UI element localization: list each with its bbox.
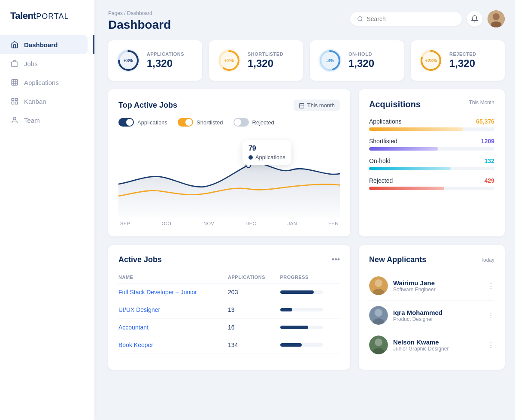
new-applicants-card: New Applicants Today Wairimu Jane Softwa…: [359, 245, 505, 370]
active-jobs-header: Active Jobs •••: [118, 255, 340, 264]
search-icon: [357, 15, 363, 22]
logo-bold: Talent: [10, 10, 36, 21]
svg-point-25: [375, 309, 382, 317]
svg-rect-0: [12, 62, 18, 66]
job-progress-bar: [280, 290, 323, 294]
acq-item-rejected: Rejected 429: [369, 177, 494, 190]
applicant-role: Software Engineer: [393, 287, 482, 293]
job-name[interactable]: UI/UX Designer: [118, 306, 160, 313]
applicant-role: Product Designer: [393, 316, 482, 322]
more-options-button[interactable]: •••: [332, 255, 340, 264]
svg-rect-3: [15, 98, 18, 100]
applicant-more-button[interactable]: ⋮: [488, 341, 494, 349]
stat-card-shortlisted: +2% SHORTLISTED 1,320: [209, 40, 303, 81]
table-row: Accountant 16: [118, 319, 340, 336]
job-name[interactable]: Accountant: [118, 324, 148, 331]
sidebar-item-applications[interactable]: Applications: [0, 73, 88, 92]
table-row: Full Stack Developer – Junior 203: [118, 284, 340, 301]
main-content: Pages / Dashboard Dashboard: [94, 0, 515, 420]
job-name[interactable]: Book Keeper: [118, 341, 153, 348]
avatar[interactable]: [488, 10, 505, 27]
grid-icon: [10, 97, 19, 106]
acq-value-rejected: 429: [485, 177, 494, 184]
job-progress-fill: [280, 326, 308, 329]
applicant-item: Wairimu Jane Software Engineer ⋮: [369, 271, 494, 301]
toggle-shortlisted[interactable]: [178, 118, 193, 127]
active-jobs-card: Active Jobs ••• NAME APPLICATIONS PROGRE…: [108, 245, 350, 370]
job-apps: 13: [228, 306, 235, 313]
jobs-table: NAME APPLICATIONS PROGRESS Full Stack De…: [118, 271, 340, 354]
sidebar-item-label: Kanban: [24, 98, 46, 105]
sidebar-item-dashboard[interactable]: Dashboard: [0, 35, 88, 54]
acq-item-shortlisted: Shortlisted 1209: [369, 138, 494, 151]
progress-fill-applications: [369, 127, 463, 131]
acquisitions-title: Acquisitions: [369, 100, 421, 109]
logo: TalentPORTAL: [0, 10, 94, 35]
chart-area: 79 Applications: [118, 132, 340, 218]
applicant-name: Nelson Kwame: [393, 338, 482, 346]
applicant-item: Iqra Mohammed Product Designer ⋮: [369, 301, 494, 330]
sidebar: TalentPORTAL Dashboard Jobs Applications: [0, 0, 94, 420]
acq-value-onhold: 132: [485, 157, 494, 164]
search-box[interactable]: [350, 12, 462, 26]
toggle-applications[interactable]: [118, 118, 134, 127]
page-title-group: Pages / Dashboard Dashboard: [108, 10, 171, 32]
progress-bar-onhold: [369, 167, 494, 170]
sidebar-item-label: Jobs: [24, 60, 38, 67]
search-input[interactable]: [367, 15, 455, 22]
applicant-name: Iqra Mohammed: [393, 309, 482, 316]
bell-icon: [471, 15, 479, 23]
legend-label-shortlisted: Shortlisted: [197, 119, 223, 126]
notification-button[interactable]: [467, 11, 482, 27]
job-progress-fill: [280, 290, 314, 294]
stat-card-rejected: +23% REJECTED 1,320: [411, 40, 505, 81]
svg-point-9: [493, 13, 500, 20]
stat-card-applications: +3% APPLICATIONS 1,320: [108, 40, 202, 81]
x-label-jan: JAN: [288, 221, 297, 226]
chart-title: Top Active Jobs: [118, 101, 177, 110]
applicant-avatar: [369, 335, 388, 354]
month-label: This month: [307, 102, 335, 109]
x-label-dec: DEC: [245, 221, 256, 226]
x-labels: SEP OCT NOV DEC JAN FEB: [118, 218, 340, 226]
applicant-more-button[interactable]: ⋮: [488, 282, 494, 290]
applicant-item: Nelson Kwame Junior Graphic Designer ⋮: [369, 330, 494, 360]
stat-value-onhold: 1,320: [348, 57, 374, 69]
col-progress: PROGRESS: [280, 271, 340, 284]
calendar-icon: [299, 103, 305, 109]
sidebar-item-jobs[interactable]: Jobs: [0, 54, 88, 73]
sidebar-item-label: Team: [24, 117, 40, 124]
acq-value-shortlisted: 1209: [481, 138, 494, 145]
sidebar-item-label: Dashboard: [24, 41, 58, 48]
month-selector[interactable]: This month: [294, 100, 340, 111]
acq-label-applications: Applications: [369, 118, 402, 125]
chart-card: Top Active Jobs This month Applications …: [108, 89, 350, 236]
toggle-rejected[interactable]: [233, 118, 249, 127]
acq-value-applications: 65,376: [476, 118, 494, 125]
stat-info-rejected: REJECTED 1,320: [449, 51, 476, 69]
acq-item-header-apps: Applications 65,376: [369, 118, 494, 125]
applicant-more-button[interactable]: ⋮: [488, 311, 494, 320]
progress-bar-rejected: [369, 187, 494, 190]
bottom-row: Active Jobs ••• NAME APPLICATIONS PROGRE…: [108, 245, 505, 370]
svg-rect-2: [12, 98, 14, 100]
sidebar-item-team[interactable]: Team: [0, 111, 88, 130]
applicant-info: Wairimu Jane Software Engineer: [393, 279, 482, 293]
svg-point-7: [358, 17, 362, 21]
chart-header: Top Active Jobs This month: [118, 100, 340, 111]
x-label-sep: SEP: [120, 221, 130, 226]
stat-value-rejected: 1,320: [449, 57, 476, 69]
job-name[interactable]: Full Stack Developer – Junior: [118, 289, 197, 296]
page-header: Pages / Dashboard Dashboard: [108, 10, 505, 32]
stat-change-rejected: +23%: [425, 58, 437, 63]
page-title: Dashboard: [108, 18, 171, 32]
acq-label-shortlisted: Shortlisted: [369, 138, 397, 145]
stat-label-applications: APPLICATIONS: [147, 51, 184, 57]
legend-rejected: Rejected: [233, 118, 274, 127]
sidebar-item-kanban[interactable]: Kanban: [0, 92, 88, 111]
applicants-list: Wairimu Jane Software Engineer ⋮ Iqra Mo…: [369, 271, 494, 360]
svg-point-28: [375, 338, 382, 346]
legend-label-applications: Applications: [137, 119, 167, 126]
stat-card-onhold: -3% ON-HOLD 1,320: [310, 40, 404, 81]
stat-value-applications: 1,320: [147, 57, 184, 69]
